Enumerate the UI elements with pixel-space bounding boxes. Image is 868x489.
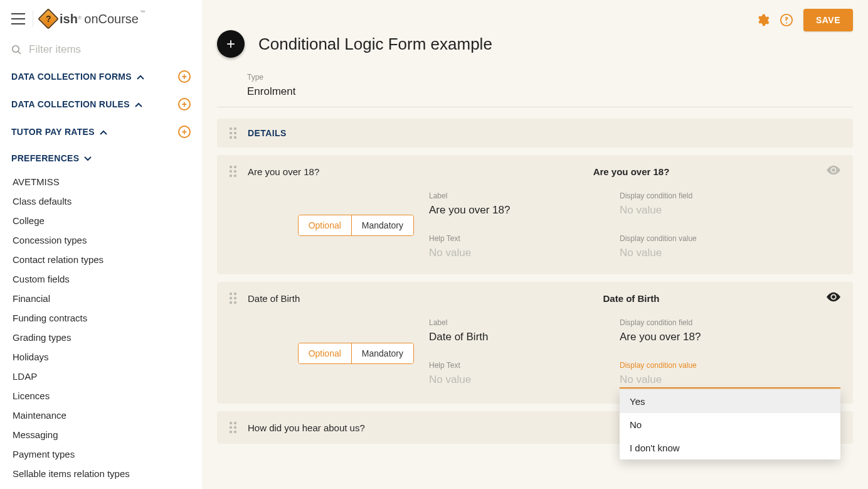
nav-section-preferences[interactable]: PREFERENCES [0,146,202,171]
sidebar-item-holidays[interactable]: Holidays [0,347,202,367]
nav-section-label: DATA COLLECTION RULES [11,99,130,109]
help-text-value[interactable]: No value [429,247,605,259]
nav-section-data-collection-rules[interactable]: DATA COLLECTION RULES + [0,90,202,118]
condition-value-input[interactable]: No value [620,373,840,386]
sidebar-item-ldap[interactable]: LDAP [0,367,202,386]
page-title: Conditional Logic Form example [258,35,492,54]
sidebar-item-grading-types[interactable]: Grading types [0,328,202,347]
app-logo: ? ish® onCourse™ [41,11,144,26]
dropdown-option[interactable]: Yes [620,390,840,413]
field-name: How did you hear about us? [248,422,436,433]
field-card: Are you over 18? Are you over 18? Label … [217,155,853,274]
add-field-fab[interactable]: + [217,30,245,58]
field-name: Are you over 18? [248,166,436,177]
label-value[interactable]: Date of Birth [429,331,605,343]
svg-point-0 [13,46,19,52]
dropdown-option[interactable]: No [620,413,840,436]
add-payrate-button[interactable]: + [178,126,191,138]
condition-field-label: Display condition field [620,191,840,200]
condition-value-dropdown[interactable]: YesNoI don't know [620,390,840,459]
vertical-divider [33,11,33,27]
help-icon[interactable] [780,13,793,27]
condition-field-label: Display condition field [620,318,840,327]
sidebar-item-sellable-items-relation-types[interactable]: Sellable items relation types [0,464,202,483]
logo-badge-icon: ? [38,8,59,30]
chevron-up-icon [100,127,107,137]
sidebar-item-college[interactable]: College [0,211,202,230]
main-content: SAVE + Conditional Logic Form example Ty… [202,0,868,489]
requirement-toggle[interactable]: Optional Mandatory [298,215,414,236]
sidebar-item-concession-types[interactable]: Concession types [0,230,202,250]
chevron-up-icon [135,99,142,109]
sidebar-item-contact-relation-types[interactable]: Contact relation types [0,250,202,269]
sidebar-item-avetmiss[interactable]: AVETMISS [0,172,202,191]
type-value: Enrolment [247,85,853,98]
optional-button[interactable]: Optional [299,343,351,363]
menu-icon[interactable] [11,13,25,24]
sidebar-item-funding-contracts[interactable]: Funding contracts [0,308,202,328]
details-heading: DETAILS [248,128,287,138]
sidebar-item-licences[interactable]: Licences [0,386,202,406]
save-button[interactable]: SAVE [803,9,853,31]
mandatory-button[interactable]: Mandatory [352,343,413,363]
svg-line-1 [18,51,21,54]
active-field-underline [620,387,840,389]
visibility-toggle-icon[interactable] [827,292,840,304]
requirement-toggle[interactable]: Optional Mandatory [298,343,414,364]
field-name: Date of Birth [248,293,436,304]
condition-field-value[interactable]: Are you over 18? [620,331,840,343]
drag-handle-icon[interactable] [230,422,236,433]
type-label: Type [247,73,853,82]
brand-primary: ish [60,12,78,26]
field-title: Date of Birth [447,293,815,304]
sidebar-item-custom-fields[interactable]: Custom fields [0,269,202,289]
nav-section-label: DATA COLLECTION FORMS [11,72,132,82]
sidebar-item-tax-types[interactable]: Tax types [0,483,202,489]
nav-section-tutor-pay-rates[interactable]: TUTOR PAY RATES + [0,118,202,146]
sidebar-item-class-defaults[interactable]: Class defaults [0,191,202,211]
help-text-label: Help Text [429,361,605,370]
help-text-label: Help Text [429,234,605,243]
nav-section-label: PREFERENCES [11,153,79,163]
trademark-mark: ™ [140,9,145,15]
visibility-toggle-icon[interactable] [827,165,840,178]
condition-value-label: Display condition value [620,361,840,370]
label-label: Label [429,318,605,327]
drag-handle-icon[interactable] [230,293,236,304]
sidebar-item-maintenance[interactable]: Maintenance [0,406,202,425]
field-title: Are you over 18? [447,166,815,177]
optional-button[interactable]: Optional [299,215,351,235]
details-section-header[interactable]: DETAILS [217,119,853,148]
drag-handle-icon[interactable] [230,166,236,177]
drag-handle-icon[interactable] [230,127,236,139]
preferences-list: AVETMISSClass defaultsCollegeConcession … [0,171,202,489]
sidebar-item-financial[interactable]: Financial [0,289,202,308]
nav-section-label: TUTOR PAY RATES [11,127,95,137]
help-text-value[interactable]: No value [429,373,605,386]
registered-mark: ® [78,14,82,20]
sidebar: ? ish® onCourse™ DATA COLLECTION FORMS +… [0,0,202,489]
add-rule-button[interactable]: + [178,98,191,110]
mandatory-button[interactable]: Mandatory [352,215,413,235]
sidebar-item-payment-types[interactable]: Payment types [0,444,202,464]
chevron-up-icon [137,72,144,82]
search-icon [11,45,21,55]
condition-field-value[interactable]: No value [620,204,840,217]
filter-input[interactable] [28,43,191,56]
field-card: Date of Birth Date of Birth Label Date o… [217,282,853,404]
condition-value-label: Display condition value [620,234,840,243]
settings-icon[interactable] [756,13,770,27]
dropdown-option[interactable]: I don't know [620,436,840,459]
sidebar-item-messaging[interactable]: Messaging [0,425,202,444]
brand-secondary: onCourse [84,12,139,26]
label-label: Label [429,191,605,200]
nav-section-data-collection-forms[interactable]: DATA COLLECTION FORMS + [0,63,202,90]
add-form-button[interactable]: + [178,70,191,83]
label-value[interactable]: Are you over 18? [429,204,605,217]
condition-value-value[interactable]: No value [620,247,840,259]
chevron-down-icon [84,153,92,163]
